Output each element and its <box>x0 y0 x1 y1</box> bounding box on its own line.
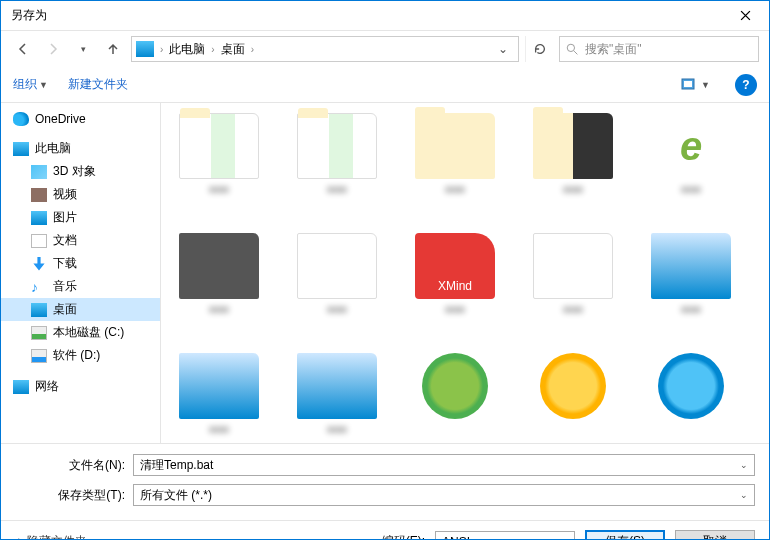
disk-icon <box>31 326 47 340</box>
pc-icon <box>136 41 154 57</box>
nav-row: ▾ › 此电脑 › 桌面 › ⌄ 搜索"桌面" <box>1 31 769 67</box>
nav-tree: OneDrive 此电脑 3D 对象 视频 图片 文档 下载 ♪音乐 桌面 本地… <box>1 103 161 443</box>
title-bar: 另存为 <box>1 1 769 31</box>
close-button[interactable] <box>725 2 765 30</box>
chevron-right-icon: › <box>158 44 165 55</box>
app-icon <box>179 233 259 299</box>
tree-desktop[interactable]: 桌面 <box>1 298 160 321</box>
file-item[interactable] <box>529 353 617 443</box>
file-item[interactable] <box>647 353 735 443</box>
chevron-down-icon[interactable]: ⌄ <box>560 537 568 541</box>
document-icon <box>533 233 613 299</box>
tree-pc[interactable]: 此电脑 <box>1 137 160 160</box>
file-item[interactable]: ■■■ <box>175 113 263 213</box>
file-item[interactable]: ■■■ <box>293 353 381 443</box>
view-mode-button[interactable]: ▼ <box>676 75 715 95</box>
chevron-down-icon[interactable]: ⌄ <box>740 490 748 500</box>
folder-icon <box>297 113 377 179</box>
tree-downloads[interactable]: 下载 <box>1 252 160 275</box>
toolbar: 组织 ▼ 新建文件夹 ▼ ? <box>1 67 769 103</box>
xmind-icon: XMind <box>415 233 495 299</box>
app-icon <box>658 353 724 419</box>
file-item[interactable]: ■■■ <box>175 233 263 333</box>
app-icon <box>540 353 606 419</box>
address-dropdown[interactable]: ⌄ <box>492 42 514 56</box>
document-icon <box>31 234 47 248</box>
file-item[interactable]: ■■■ <box>293 233 381 333</box>
refresh-button[interactable] <box>525 36 553 62</box>
music-icon: ♪ <box>31 280 47 294</box>
tree-music[interactable]: ♪音乐 <box>1 275 160 298</box>
tree-disk-d[interactable]: 软件 (D:) <box>1 344 160 367</box>
address-bar[interactable]: › 此电脑 › 桌面 › ⌄ <box>131 36 519 62</box>
disk-icon <box>31 349 47 363</box>
hide-folders-toggle[interactable]: ⌃ 隐藏文件夹 <box>15 533 87 540</box>
filetype-select[interactable]: 所有文件 (*.*) ⌄ <box>133 484 755 506</box>
file-item[interactable] <box>411 353 499 443</box>
tree-3d[interactable]: 3D 对象 <box>1 160 160 183</box>
chevron-up-icon: ⌃ <box>15 537 23 541</box>
file-item[interactable]: XMind■■■ <box>411 233 499 333</box>
folder-icon <box>179 113 259 179</box>
encoding-select[interactable]: ANSI ⌄ <box>435 531 575 541</box>
search-icon <box>566 43 579 56</box>
network-icon <box>13 380 29 394</box>
back-button[interactable] <box>11 37 35 61</box>
svg-rect-2 <box>684 81 692 87</box>
image-icon <box>179 353 259 419</box>
file-item[interactable]: ■■■ <box>293 113 381 213</box>
folder-icon <box>415 113 495 179</box>
image-icon <box>651 233 731 299</box>
up-button[interactable] <box>101 37 125 61</box>
chevron-right-icon: › <box>209 44 216 55</box>
footer: ⌃ 隐藏文件夹 编码(E): ANSI ⌄ 保存(S) 取消 <box>1 520 769 540</box>
svg-point-0 <box>567 44 574 51</box>
tree-docs[interactable]: 文档 <box>1 229 160 252</box>
file-item[interactable]: ■■■ <box>529 233 617 333</box>
tree-network[interactable]: 网络 <box>1 375 160 398</box>
file-item[interactable]: ■■■ <box>647 233 735 333</box>
forward-button[interactable] <box>41 37 65 61</box>
chevron-down-icon[interactable]: ⌄ <box>740 460 748 470</box>
breadcrumb-desktop[interactable]: 桌面 <box>219 41 247 58</box>
form-area: 文件名(N): 清理Temp.bat ⌄ 保存类型(T): 所有文件 (*.*)… <box>1 443 769 520</box>
download-icon <box>31 257 47 271</box>
cancel-button[interactable]: 取消 <box>675 530 755 541</box>
chevron-right-icon: › <box>249 44 256 55</box>
tree-onedrive[interactable]: OneDrive <box>1 109 160 129</box>
onedrive-icon <box>13 112 29 126</box>
document-icon <box>297 233 377 299</box>
encoding-label: 编码(E): <box>382 533 425 540</box>
window-title: 另存为 <box>11 7 725 24</box>
browser-icon <box>651 113 731 179</box>
tree-video[interactable]: 视频 <box>1 183 160 206</box>
file-item[interactable]: ■■■ <box>175 353 263 443</box>
folder-icon <box>533 113 613 179</box>
cube-icon <box>31 165 47 179</box>
file-item[interactable]: ■■■ <box>411 113 499 213</box>
app-icon <box>422 353 488 419</box>
tree-pictures[interactable]: 图片 <box>1 206 160 229</box>
thumbnail-view-icon <box>681 78 699 92</box>
breadcrumb-pc[interactable]: 此电脑 <box>167 41 207 58</box>
organize-menu[interactable]: 组织 ▼ <box>13 76 48 93</box>
save-button[interactable]: 保存(S) <box>585 530 665 541</box>
tree-disk-c[interactable]: 本地磁盘 (C:) <box>1 321 160 344</box>
filename-input[interactable]: 清理Temp.bat ⌄ <box>133 454 755 476</box>
search-input[interactable]: 搜索"桌面" <box>559 36 759 62</box>
picture-icon <box>31 211 47 225</box>
image-icon <box>297 353 377 419</box>
file-item[interactable]: ■■■ <box>647 113 735 213</box>
desktop-icon <box>31 303 47 317</box>
file-list[interactable]: ■■■ ■■■ ■■■ ■■■ ■■■ ■■■ ■■■ XMind■■■ ■■■… <box>161 103 769 443</box>
search-placeholder: 搜索"桌面" <box>585 41 642 58</box>
file-item[interactable]: ■■■ <box>529 113 617 213</box>
video-icon <box>31 188 47 202</box>
recent-dropdown[interactable]: ▾ <box>71 37 95 61</box>
filetype-label: 保存类型(T): <box>15 487 125 504</box>
pc-icon <box>13 142 29 156</box>
filename-label: 文件名(N): <box>15 457 125 474</box>
new-folder-button[interactable]: 新建文件夹 <box>68 76 128 93</box>
help-button[interactable]: ? <box>735 74 757 96</box>
